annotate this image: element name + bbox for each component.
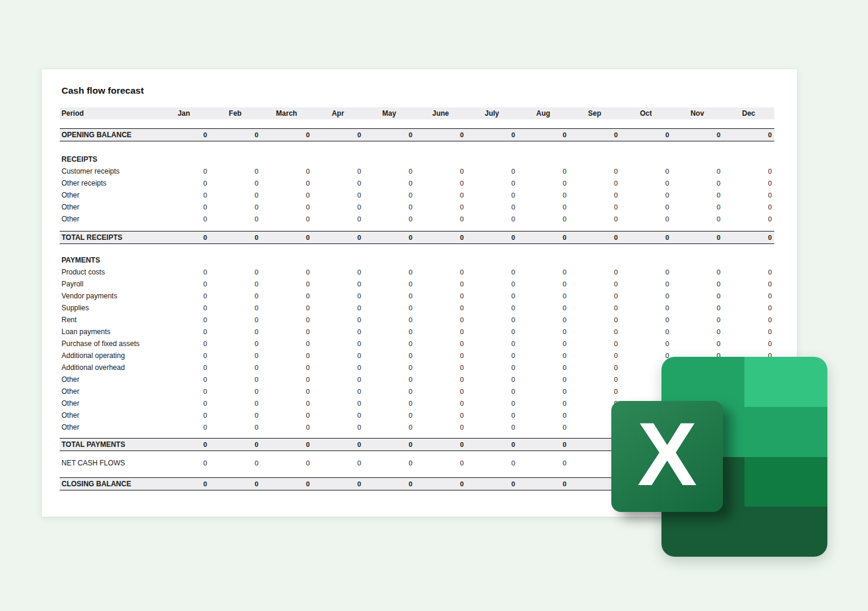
table-row: Customer receipts000000000000 (60, 165, 774, 177)
value-cell: 0 (261, 177, 312, 189)
value-cell: 0 (364, 478, 415, 490)
excel-logo-plate-right-row3 (744, 457, 827, 507)
value-cell: 0 (518, 201, 569, 213)
value-cell: 0 (364, 397, 415, 409)
value-cell: 0 (415, 457, 466, 469)
value-cell: 0 (261, 129, 312, 141)
value-cell: 0 (518, 165, 569, 177)
value-cell: 0 (210, 290, 261, 302)
value-cell: 0 (415, 350, 466, 362)
month-header: Sep (569, 107, 620, 119)
month-header: Nov (672, 107, 723, 119)
value-cell: 0 (261, 385, 312, 397)
value-cell: 0 (158, 457, 210, 469)
value-cell: 0 (158, 266, 210, 278)
value-cell: 0 (672, 189, 723, 201)
value-cell: 0 (158, 177, 210, 189)
value-cell: 0 (466, 201, 518, 213)
value-cell: 0 (415, 385, 466, 397)
value-cell: 0 (415, 129, 466, 141)
value-cell: 0 (466, 478, 518, 490)
excel-logo-tile: X (611, 401, 723, 512)
row-label: Vendor payments (60, 290, 158, 302)
table-row: Rent000000000000 (60, 314, 774, 326)
value-cell: 0 (569, 177, 620, 189)
value-cell: 0 (415, 189, 466, 201)
value-cell: 0 (466, 314, 518, 326)
value-cell: 0 (364, 290, 415, 302)
value-cell: 0 (261, 457, 312, 469)
value-cell: 0 (415, 374, 466, 385)
row-payments-section: PAYMENTS (60, 254, 774, 266)
table-row: Purchase of fixed assets000000000000 (60, 338, 774, 350)
value-cell: 0 (158, 374, 210, 385)
value-cell: 0 (518, 409, 569, 421)
value-cell: 0 (569, 338, 620, 350)
value-cell: 0 (620, 278, 672, 290)
value-cell: 0 (569, 201, 620, 213)
value-cell: 0 (569, 189, 620, 201)
value-cell: 0 (415, 409, 466, 421)
value-cell: 0 (312, 129, 364, 141)
value-cell: 0 (415, 421, 466, 433)
value-cell: 0 (466, 409, 518, 421)
value-cell: 0 (518, 326, 569, 338)
value-cell: 0 (620, 201, 672, 213)
value-cell: 0 (518, 374, 569, 385)
value-cell: 0 (672, 278, 723, 290)
value-cell: 0 (415, 201, 466, 213)
value-cell: 0 (210, 374, 261, 385)
value-cell: 0 (158, 397, 210, 409)
value-cell: 0 (569, 302, 620, 314)
value-cell: 0 (518, 338, 569, 350)
value-cell: 0 (672, 201, 723, 213)
value-cell: 0 (312, 338, 364, 350)
value-cell: 0 (210, 362, 261, 374)
value-cell: 0 (723, 338, 774, 350)
value-cell: 0 (364, 421, 415, 433)
value-cell: 0 (261, 302, 312, 314)
value-cell: 0 (518, 177, 569, 189)
value-cell: 0 (723, 189, 774, 201)
month-header: Aug (518, 107, 569, 119)
value-cell: 0 (723, 290, 774, 302)
value-cell: 0 (518, 397, 569, 409)
row-label: Rent (60, 314, 158, 326)
value-cell: 0 (364, 189, 415, 201)
value-cell: 0 (261, 397, 312, 409)
value-cell: 0 (672, 129, 723, 141)
value-cell: 0 (569, 165, 620, 177)
value-cell: 0 (723, 278, 774, 290)
value-cell: 0 (672, 302, 723, 314)
value-cell: 0 (210, 314, 261, 326)
value-cell: 0 (466, 290, 518, 302)
row-label: Product costs (60, 266, 158, 278)
value-cell: 0 (672, 314, 723, 326)
value-cell: 0 (723, 314, 774, 326)
value-cell: 0 (364, 350, 415, 362)
page-title: Cash flow forecast (60, 85, 774, 96)
month-header: Jan (158, 107, 210, 119)
value-cell: 0 (466, 129, 518, 141)
table-row: Product costs000000000000 (60, 266, 774, 278)
value-cell: 0 (672, 290, 723, 302)
value-cell: 0 (210, 302, 261, 314)
value-cell: 0 (312, 439, 364, 450)
row-total-receipts: TOTAL RECEIPTS000000000000 (60, 231, 774, 244)
value-cell: 0 (466, 397, 518, 409)
value-cell: 0 (620, 177, 672, 189)
value-cell: 0 (158, 326, 210, 338)
value-cell: 0 (672, 165, 723, 177)
value-cell: 0 (210, 177, 261, 189)
value-cell: 0 (364, 165, 415, 177)
value-cell: 0 (158, 165, 210, 177)
value-cell: 0 (312, 232, 364, 243)
value-cell: 0 (261, 421, 312, 433)
value-cell: 0 (723, 177, 774, 189)
value-cell: 0 (569, 362, 620, 374)
value-cell: 0 (210, 385, 261, 397)
value-cell: 0 (569, 213, 620, 225)
table-row: Other000000000000 (60, 189, 774, 201)
value-cell: 0 (261, 290, 312, 302)
value-cell: 0 (415, 290, 466, 302)
